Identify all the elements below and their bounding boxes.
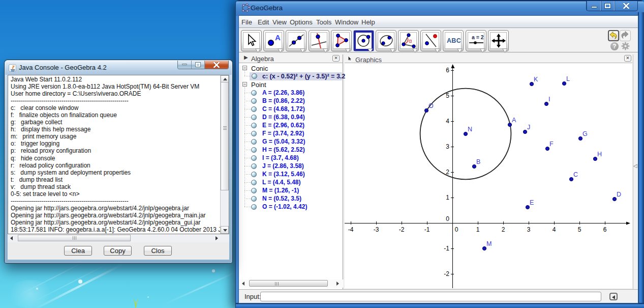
- svg-text:M: M: [486, 240, 492, 247]
- svg-text:1: 1: [446, 194, 449, 201]
- svg-text:3: 3: [527, 226, 531, 233]
- svg-text:0: 0: [455, 226, 458, 233]
- svg-text:-3: -3: [374, 226, 379, 233]
- svg-text:I: I: [548, 96, 550, 103]
- svg-text:B: B: [476, 158, 480, 165]
- svg-text:N: N: [468, 126, 472, 133]
- svg-text:4: 4: [446, 118, 449, 125]
- svg-text:3: 3: [446, 143, 449, 150]
- svg-text:0: 0: [446, 215, 449, 222]
- svg-text:D: D: [617, 191, 621, 198]
- svg-text:5: 5: [578, 226, 581, 233]
- svg-text:L: L: [566, 75, 570, 82]
- svg-text:-1: -1: [424, 226, 430, 233]
- svg-text:a = 2: a = 2: [472, 34, 484, 40]
- svg-text:-4: -4: [348, 226, 354, 233]
- svg-text:2: 2: [502, 226, 505, 233]
- svg-text:5: 5: [446, 92, 449, 99]
- svg-text:-2: -2: [444, 270, 449, 277]
- svg-text:F: F: [549, 141, 554, 148]
- svg-text:6: 6: [446, 67, 449, 74]
- svg-text:6: 6: [603, 226, 607, 233]
- svg-text:1: 1: [476, 226, 480, 233]
- svg-text:O: O: [428, 102, 434, 109]
- svg-text:E: E: [530, 199, 534, 206]
- svg-text:A: A: [275, 33, 281, 42]
- svg-text:K: K: [534, 76, 538, 83]
- svg-text:ABC: ABC: [447, 37, 461, 44]
- svg-text:J: J: [527, 124, 530, 131]
- svg-text:2: 2: [446, 169, 449, 176]
- svg-text:A: A: [512, 117, 516, 124]
- svg-text:-2: -2: [399, 226, 405, 233]
- svg-text:G: G: [582, 130, 588, 137]
- svg-text:C: C: [573, 171, 578, 178]
- svg-text:H: H: [597, 151, 602, 158]
- svg-text:α: α: [409, 38, 412, 44]
- svg-text:4: 4: [553, 226, 556, 233]
- svg-text:-1: -1: [444, 245, 449, 252]
